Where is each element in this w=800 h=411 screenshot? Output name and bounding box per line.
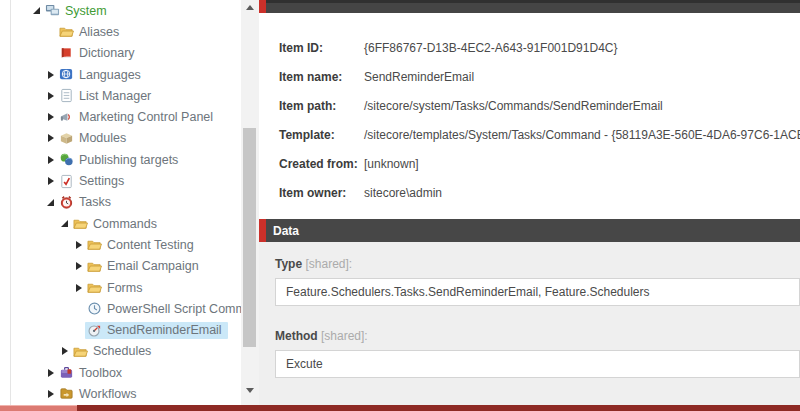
- tree-item-label: Languages: [79, 68, 141, 82]
- tree-item-label: Dictionary: [79, 46, 135, 60]
- expand-arrow-icon[interactable]: [44, 113, 57, 121]
- tree-item-content[interactable]: Content Testing: [85, 236, 200, 253]
- horizontal-scrollbar-thumb[interactable]: [0, 405, 77, 411]
- tree-item-content[interactable]: Workflows: [57, 385, 142, 402]
- item-editor-panel: Item ID:{6FF86767-D13B-4EC2-A643-91F001D…: [259, 0, 800, 405]
- tree-item-content[interactable]: System: [43, 2, 113, 19]
- content-tree-panel: SystemAliasesDictionaryLanguagesList Man…: [0, 0, 241, 405]
- tree-item-sendreminderemail[interactable]: SendReminderEmail: [0, 319, 241, 340]
- expand-arrow-icon[interactable]: [72, 262, 85, 270]
- tree-item-publishing-targets[interactable]: Publishing targets: [0, 149, 241, 170]
- modules-icon: [59, 131, 74, 146]
- quick-info-row-item-id: Item ID:{6FF86767-D13B-4EC2-A643-91F001D…: [279, 33, 800, 62]
- tree-item-label: Marketing Control Panel: [79, 110, 213, 124]
- settings-icon: [59, 174, 74, 189]
- vertical-scrollbar-thumb[interactable]: [243, 128, 256, 347]
- tree-item-aliases[interactable]: Aliases: [0, 21, 241, 42]
- tree-item-content[interactable]: List Manager: [57, 87, 157, 104]
- tree-item-content[interactable]: Schedules: [71, 343, 157, 360]
- tree-item-powershell-script-command[interactable]: PowerShell Script Command: [0, 298, 241, 319]
- tree-item-label: System: [65, 4, 107, 18]
- quick-info-row-template: Template:/sitecore/templates/System/Task…: [279, 120, 800, 149]
- collapse-arrow-icon[interactable]: [44, 199, 57, 206]
- expand-arrow-icon[interactable]: [44, 156, 57, 164]
- tree-item-label: PowerShell Script Command: [107, 302, 241, 316]
- tree-item-list-manager[interactable]: List Manager: [0, 85, 241, 106]
- section-accent: [259, 219, 266, 242]
- tree-item-content[interactable]: Email Campaign: [85, 258, 205, 275]
- tree-item-dictionary[interactable]: Dictionary: [0, 43, 241, 64]
- tree-item-schedules[interactable]: Schedules: [0, 341, 241, 362]
- tree-item-content[interactable]: Commands: [71, 215, 163, 232]
- expand-arrow-icon[interactable]: [72, 284, 85, 292]
- collapse-arrow-icon[interactable]: [58, 220, 71, 227]
- expand-arrow-icon[interactable]: [72, 241, 85, 249]
- tree-item-content[interactable]: PowerShell Script Command: [85, 300, 241, 317]
- quick-info-label: Created from:: [279, 157, 364, 171]
- field-input-method[interactable]: [275, 350, 800, 378]
- tree-item-content[interactable]: Marketing Control Panel: [57, 109, 219, 126]
- alarm-clock-icon: [59, 195, 74, 210]
- tree-item-forms[interactable]: Forms: [0, 277, 241, 298]
- quick-info-row-item-path: Item path:/sitecore/system/Tasks/Command…: [279, 91, 800, 120]
- tree-item-workflows[interactable]: Workflows: [0, 383, 241, 404]
- quick-info-row-item-name: Item name:SendReminderEmail: [279, 62, 800, 91]
- tree-item-content[interactable]: Modules: [57, 130, 132, 147]
- tree-item-commands[interactable]: Commands: [0, 213, 241, 234]
- data-section-header[interactable]: Data: [259, 219, 800, 242]
- tree-item-label: Tasks: [79, 195, 111, 209]
- workflows-icon: [59, 386, 74, 401]
- collapse-arrow-icon[interactable]: [30, 7, 43, 14]
- horizontal-scrollbar[interactable]: [0, 405, 800, 411]
- tree-item-content[interactable]: Tasks: [57, 194, 117, 211]
- expand-arrow-icon[interactable]: [44, 71, 57, 79]
- expand-arrow-icon[interactable]: [44, 134, 57, 142]
- quick-info-row-created-from: Created from:[unknown]: [279, 149, 800, 178]
- tree-item-label: Schedules: [93, 344, 151, 358]
- quick-info-value: /sitecore/templates/System/Tasks/Command…: [364, 128, 800, 142]
- folder-icon: [59, 24, 74, 39]
- tree-item-content[interactable]: Settings: [57, 173, 130, 190]
- tree-item-selected-highlight[interactable]: SendReminderEmail: [85, 322, 228, 339]
- tree-item-content[interactable]: Dictionary: [57, 45, 141, 62]
- field-shared-label: [shared]:: [302, 257, 352, 271]
- data-section-title: Data: [273, 224, 299, 238]
- tree-item-marketing-control-panel[interactable]: Marketing Control Panel: [0, 106, 241, 127]
- tree-item-content[interactable]: Aliases: [57, 23, 125, 40]
- expand-arrow-icon[interactable]: [44, 92, 57, 100]
- tree-item-label: Commands: [93, 217, 157, 231]
- scroll-down-arrow-icon[interactable]: [241, 383, 259, 397]
- tree-item-email-campaign[interactable]: Email Campaign: [0, 256, 241, 277]
- content-tree: SystemAliasesDictionaryLanguagesList Man…: [0, 0, 241, 405]
- quick-info-section: Item ID:{6FF86767-D13B-4EC2-A643-91F001D…: [259, 13, 800, 219]
- tree-item-modules[interactable]: Modules: [0, 128, 241, 149]
- quick-info-label: Item ID:: [279, 41, 364, 55]
- expand-arrow-icon[interactable]: [58, 347, 71, 355]
- system-icon: [45, 3, 60, 18]
- collapsed-section-bar[interactable]: [259, 0, 800, 13]
- field-input-type[interactable]: [275, 278, 800, 306]
- tree-item-content-testing[interactable]: Content Testing: [0, 234, 241, 255]
- tree-item-content[interactable]: Languages: [57, 66, 147, 83]
- tree-item-system[interactable]: System: [0, 0, 241, 21]
- tree-item-content[interactable]: Publishing targets: [57, 151, 184, 168]
- tree-item-tasks[interactable]: Tasks: [0, 192, 241, 213]
- tree-item-label: Settings: [79, 174, 124, 188]
- tree-item-settings[interactable]: Settings: [0, 170, 241, 191]
- clock-icon: [87, 301, 102, 316]
- quick-info-value: SendReminderEmail: [364, 70, 474, 84]
- tree-item-toolbox[interactable]: Toolbox: [0, 362, 241, 383]
- tree-vertical-scrollbar[interactable]: [241, 0, 259, 405]
- expand-arrow-icon[interactable]: [44, 369, 57, 377]
- scroll-up-arrow-icon[interactable]: [241, 0, 259, 14]
- quick-info-value: sitecore\admin: [364, 186, 442, 200]
- expand-arrow-icon[interactable]: [44, 177, 57, 185]
- expand-arrow-icon[interactable]: [44, 390, 57, 398]
- section-accent: [259, 0, 266, 13]
- tree-item-content[interactable]: Forms: [85, 279, 148, 296]
- tree-item-languages[interactable]: Languages: [0, 64, 241, 85]
- tree-item-content[interactable]: Toolbox: [57, 364, 128, 381]
- tree-item-label: Content Testing: [107, 238, 194, 252]
- folder-icon: [73, 216, 88, 231]
- quick-info-value: {6FF86767-D13B-4EC2-A643-91F001D91D4C}: [364, 41, 617, 55]
